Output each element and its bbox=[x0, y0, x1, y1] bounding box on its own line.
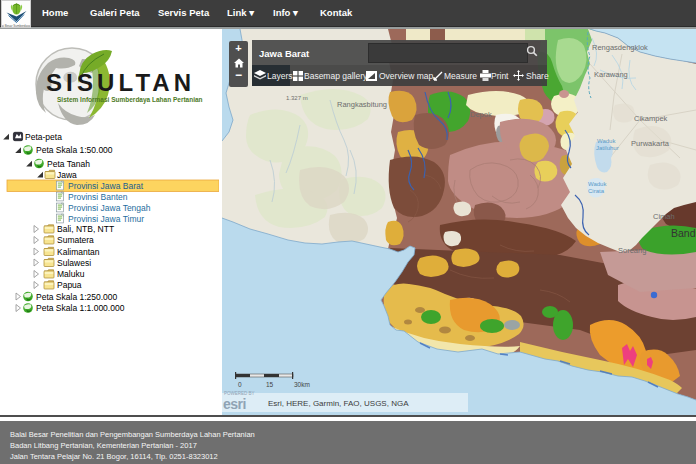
svg-text:1.327 m: 1.327 m bbox=[286, 95, 308, 101]
svg-text:Peta Skala 1:1.000.000: Peta Skala 1:1.000.000 bbox=[36, 303, 125, 313]
svg-text:15: 15 bbox=[266, 381, 274, 388]
svg-text:Bali, NTB, NTT: Bali, NTB, NTT bbox=[57, 224, 114, 234]
svg-text:Provinsi Jawa Barat: Provinsi Jawa Barat bbox=[68, 181, 144, 191]
svg-text:Peta-peta: Peta-peta bbox=[25, 132, 62, 142]
svg-text:Cirata: Cirata bbox=[588, 188, 605, 194]
svg-text:Esri, HERE, Garmin, FAO, USGS,: Esri, HERE, Garmin, FAO, USGS, NGA bbox=[268, 399, 409, 408]
svg-text:Jatiluhur: Jatiluhur bbox=[596, 145, 619, 151]
svg-text:esri: esri bbox=[223, 396, 246, 412]
svg-text:Sistem Informasi Sumberdaya La: Sistem Informasi Sumberdaya Lahan Pertan… bbox=[57, 96, 203, 104]
svg-text:Peta Tanah: Peta Tanah bbox=[47, 159, 90, 169]
svg-text:Papua: Papua bbox=[57, 280, 82, 290]
svg-text:Depok: Depok bbox=[470, 110, 492, 119]
svg-text:Provinsi Banten: Provinsi Banten bbox=[68, 192, 128, 202]
svg-text:Bandung: Bandung bbox=[671, 227, 696, 239]
svg-text:Sumatera: Sumatera bbox=[57, 235, 94, 245]
svg-text:Soreang: Soreang bbox=[618, 246, 646, 255]
svg-text:Balai Besar Sumberdaya LP: Balai Besar Sumberdaya LP bbox=[2, 24, 30, 28]
svg-text:Rangkasbitung: Rangkasbitung bbox=[337, 100, 387, 109]
svg-text:Purwakarta: Purwakarta bbox=[631, 139, 670, 148]
svg-text:Karawang: Karawang bbox=[594, 70, 628, 79]
svg-text:Waduk: Waduk bbox=[597, 138, 616, 144]
svg-text:Sulawesi: Sulawesi bbox=[57, 258, 91, 268]
svg-text:SISULTAN: SISULTAN bbox=[46, 69, 195, 96]
svg-text:Waduk: Waduk bbox=[588, 181, 607, 187]
svg-text:Peta Skala 1:250.000: Peta Skala 1:250.000 bbox=[36, 292, 118, 302]
svg-text:Rengasdengklok: Rengasdengklok bbox=[592, 43, 648, 52]
svg-text:Jawa: Jawa bbox=[57, 170, 77, 180]
svg-text:Cimah: Cimah bbox=[653, 212, 675, 221]
svg-text:Peta Skala 1:50.000: Peta Skala 1:50.000 bbox=[36, 145, 113, 155]
svg-text:30km: 30km bbox=[294, 381, 310, 388]
svg-text:0: 0 bbox=[238, 381, 242, 388]
svg-text:Provinsi Jawa Tengah: Provinsi Jawa Tengah bbox=[68, 203, 151, 213]
svg-text:Kalimantan: Kalimantan bbox=[57, 247, 100, 257]
svg-text:Cikampek: Cikampek bbox=[634, 114, 668, 123]
svg-text:Maluku: Maluku bbox=[57, 269, 85, 279]
svg-text:Provinsi Jawa Timur: Provinsi Jawa Timur bbox=[68, 214, 144, 224]
